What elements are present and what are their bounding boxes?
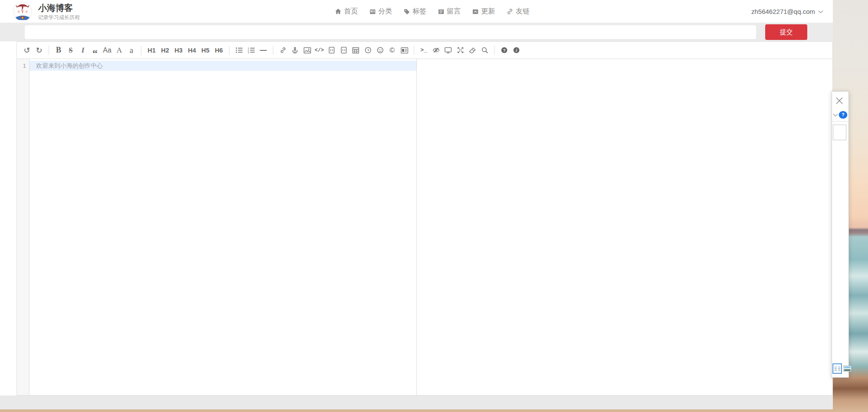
chevron-down-icon <box>818 10 823 13</box>
toolbar-divider <box>414 46 414 55</box>
nav-label: 首页 <box>344 7 358 16</box>
italic-icon[interactable]: I <box>77 44 88 57</box>
editor-text-area[interactable]: 欢迎来到小海的创作中心 <box>29 59 416 395</box>
main-nav: 首页分类标签留言更新友链 <box>335 0 541 23</box>
update-icon <box>472 9 478 15</box>
clear-icon[interactable] <box>467 44 478 57</box>
datetime-icon[interactable] <box>362 44 373 57</box>
floating-side-panel: ? <box>832 91 849 378</box>
site-identity: 小海博客 记录学习成长历程 <box>38 3 80 21</box>
nav-label: 更新 <box>481 7 495 16</box>
category-icon <box>370 9 376 15</box>
fullscreen-icon[interactable] <box>455 44 466 57</box>
nav-label: 分类 <box>378 7 392 16</box>
markdown-editor: ↺↻BSI“AaAaH1H2H3H4H5H6123—</>©>_?i 1 欢迎来… <box>16 41 833 396</box>
line-number: 1 <box>17 61 29 71</box>
list-ol-icon[interactable]: 123 <box>246 44 257 57</box>
nav-item-5[interactable]: 更新 <box>472 7 495 16</box>
nav-label: 友链 <box>516 7 530 16</box>
nav-item-1[interactable]: 首页 <box>335 7 358 16</box>
anchor-icon[interactable] <box>289 44 301 57</box>
page-background-photo: 小海博客 记录学习成长历程 首页分类标签留言更新友链 zh56462271@qq… <box>0 0 868 412</box>
page-footer-band <box>0 396 833 409</box>
toolbar-divider <box>273 46 273 55</box>
heading3-icon[interactable]: H3 <box>172 44 185 57</box>
svg-text:?: ? <box>842 112 845 117</box>
heading5-icon[interactable]: H5 <box>199 44 212 57</box>
image-thumbnail-icon[interactable] <box>843 366 852 372</box>
line-number-gutter: 1 <box>17 59 29 395</box>
friend-links-icon <box>507 8 513 15</box>
nav-item-6[interactable]: 友链 <box>507 7 530 16</box>
editor-toolbar: ↺↻BSI“AaAaH1H2H3H4H5H6123—</>©>_?i <box>17 42 832 59</box>
pagebreak-icon[interactable] <box>399 44 410 57</box>
site-subtitle: 记录学习成长历程 <box>38 14 80 21</box>
panel-controls-row: ? <box>832 111 848 119</box>
site-header: 小海博客 记录学习成长历程 首页分类标签留言更新友链 zh56462271@qq… <box>0 0 833 23</box>
watch-icon[interactable] <box>430 44 442 57</box>
compose-title-bar: 提交 <box>0 23 833 41</box>
nav-item-4[interactable]: 留言 <box>438 7 461 16</box>
image-icon[interactable] <box>301 44 313 57</box>
horizontal-rule-icon[interactable]: — <box>258 44 269 57</box>
goto-line-icon[interactable]: >_ <box>418 44 429 57</box>
panel-divider <box>832 121 848 122</box>
toolbar-divider <box>229 46 229 55</box>
toolbar-divider <box>49 46 49 55</box>
info-icon[interactable]: i <box>511 44 522 57</box>
submit-button[interactable]: 提交 <box>765 24 807 40</box>
link-icon[interactable] <box>277 44 288 57</box>
editor-line-1[interactable]: 欢迎来到小海的创作中心 <box>29 61 416 71</box>
user-email: zh56462271@qq.com <box>751 8 815 15</box>
bold-icon[interactable]: B <box>53 44 64 57</box>
nav-item-3[interactable]: 标签 <box>404 7 426 16</box>
emoji-icon[interactable] <box>374 44 386 57</box>
table-icon[interactable] <box>350 44 361 57</box>
post-title-input[interactable] <box>25 25 756 39</box>
preformatted-text-icon[interactable] <box>326 44 337 57</box>
redo-icon[interactable]: ↻ <box>33 44 45 57</box>
chevron-down-icon[interactable] <box>833 113 838 117</box>
panel-input[interactable] <box>833 125 846 140</box>
code-icon[interactable]: </> <box>314 44 325 57</box>
close-icon[interactable] <box>835 97 843 106</box>
toolbar-divider <box>141 46 141 55</box>
html-entities-icon[interactable]: © <box>387 44 398 57</box>
heading6-icon[interactable]: H6 <box>213 44 225 57</box>
preview-icon[interactable] <box>442 44 454 57</box>
nav-item-2[interactable]: 分类 <box>370 7 392 16</box>
undo-icon[interactable]: ↺ <box>21 44 33 57</box>
panel-bottom-row <box>832 363 852 374</box>
help-badge-icon[interactable]: ? <box>839 111 848 119</box>
lowercase-icon[interactable]: a <box>126 44 137 57</box>
nav-label: 留言 <box>447 7 461 16</box>
svg-text:?: ? <box>503 48 505 53</box>
user-account-menu[interactable]: zh56462271@qq.com <box>751 0 823 23</box>
tag-icon <box>404 9 410 15</box>
help-icon[interactable]: ? <box>498 44 510 57</box>
content-column: 小海博客 记录学习成长历程 首页分类标签留言更新友链 zh56462271@qq… <box>0 0 833 409</box>
avatar-cartoon-icon[interactable] <box>13 2 32 21</box>
strikethrough-icon[interactable]: S <box>65 44 76 57</box>
home-icon <box>335 8 341 15</box>
message-icon <box>438 9 444 15</box>
site-title: 小海博客 <box>38 3 80 13</box>
heading1-icon[interactable]: H1 <box>145 44 158 57</box>
heading4-icon[interactable]: H4 <box>186 44 198 57</box>
code-block-icon[interactable] <box>338 44 349 57</box>
search-icon[interactable] <box>479 44 490 57</box>
ucwords-icon[interactable]: Aa <box>102 44 113 57</box>
list-ul-icon[interactable] <box>233 44 245 57</box>
nav-label: 标签 <box>413 7 426 16</box>
list-view-icon[interactable] <box>832 363 842 374</box>
svg-text:3: 3 <box>248 51 249 53</box>
markdown-preview-pane <box>416 59 832 395</box>
quote-icon[interactable]: “ <box>89 44 101 57</box>
editor-body: 1 欢迎来到小海的创作中心 <box>17 59 832 395</box>
svg-text:i: i <box>516 48 517 53</box>
heading2-icon[interactable]: H2 <box>159 44 171 57</box>
uppercase-icon[interactable]: A <box>114 44 125 57</box>
toolbar-divider <box>494 46 495 55</box>
